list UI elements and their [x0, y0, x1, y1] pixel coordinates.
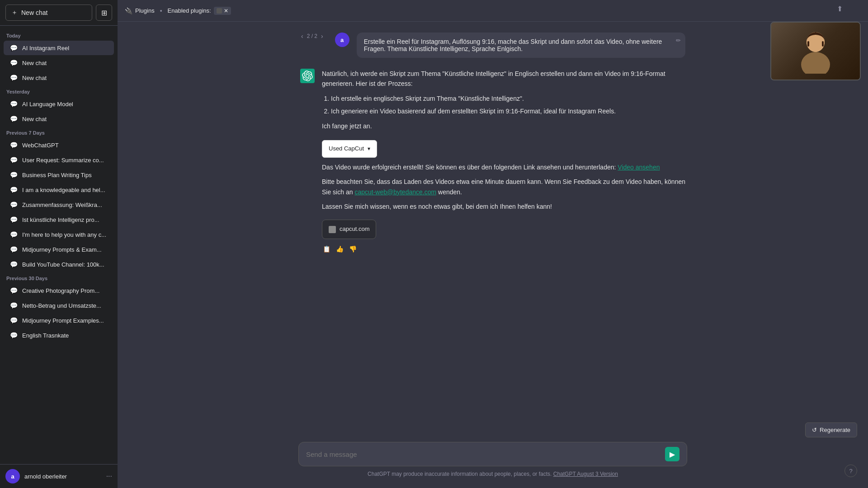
sidebar-item-photography[interactable]: 💬 Creative Photography Prom... — [4, 283, 114, 298]
chat-icon: 💬 — [10, 186, 18, 193]
chat-icon: 💬 — [10, 100, 18, 108]
disclaimer-label: ChatGPT may produce inaccurate informati… — [368, 471, 552, 477]
svg-rect-4 — [822, 41, 824, 47]
sidebar-item-label: Midjourney Prompts & Exam... — [22, 246, 108, 253]
sidebar-item-new-chat-1[interactable]: 💬 New chat — [4, 56, 114, 70]
sidebar-item-kuenstliche[interactable]: 💬 Ist künstliche Intelligenz pro... — [4, 212, 114, 227]
prev30-section-label: Previous 30 Days — [0, 272, 118, 283]
topbar: 🔌 Plugins • Enabled plugins: ✕ ⬆ — [118, 0, 868, 22]
chat-input-wrapper: ▶ — [298, 442, 687, 466]
share-button[interactable]: ⬆ — [837, 5, 843, 13]
send-button[interactable]: ▶ — [665, 447, 679, 461]
assistant-message: Natürlich, ich werde ein Skript zum Them… — [289, 69, 696, 253]
sidebar-item-label: AI Language Model — [22, 101, 108, 108]
assistant-avatar — [300, 69, 315, 83]
capcut-card-label: capcut.com — [340, 225, 369, 234]
capcut-favicon — [329, 226, 336, 233]
email-link[interactable]: capcut-web@bytedance.com — [354, 188, 436, 196]
chat-icon: 💬 — [10, 216, 18, 223]
message-row: ‹ 2 / 2 › a Erstelle ein Reel für Instag… — [300, 33, 685, 58]
username-label: arnold oberleiter — [24, 473, 102, 480]
sidebar-item-label: WebChatGPT — [22, 142, 108, 149]
pagination: ‹ 2 / 2 › — [300, 33, 324, 40]
help-icon: ? — [849, 468, 852, 474]
sidebar-layout-button[interactable]: ⊞ — [96, 5, 112, 21]
sidebar-item-new-chat-2[interactable]: 💬 New chat — [4, 70, 114, 85]
disclaimer-link[interactable]: ChatGPT August 3 Version — [553, 471, 618, 477]
plugin-dropdown[interactable]: Used CapCut ▾ — [322, 140, 377, 158]
sidebar-item-label: Business Plan Writing Tips — [22, 172, 108, 178]
edit-message-icon[interactable]: ✏ — [676, 37, 681, 44]
sidebar-item-english[interactable]: 💬 English Trasnkate — [4, 328, 114, 343]
layout-icon: ⊞ — [101, 9, 107, 17]
user-profile[interactable]: a arnold oberleiter ··· — [0, 464, 118, 488]
separator-dot: • — [160, 7, 162, 14]
user-avatar: a — [335, 33, 349, 47]
sidebar-item-knowledgeable[interactable]: 💬 I am a knowledgeable and hel... — [4, 183, 114, 197]
plugins-button[interactable]: 🔌 Plugins — [125, 7, 155, 14]
more-options-icon[interactable]: ··· — [106, 472, 112, 480]
sidebar-item-label: Ist künstliche Intelligenz pro... — [22, 216, 108, 223]
regenerate-button[interactable]: ↺ Regenerate — [805, 422, 857, 437]
sidebar-header: ＋ New chat ⊞ — [0, 0, 118, 26]
sidebar-item-label: Zusammenfassung: Weißkra... — [22, 202, 108, 208]
message-row: Natürlich, ich werde ein Skript zum Them… — [300, 69, 685, 253]
chat-bottom: ↺ Regenerate ▶ ChatGPT may produce inacc… — [118, 417, 868, 488]
sidebar-item-help[interactable]: 💬 I'm here to help you with any c... — [4, 227, 114, 242]
plugins-icon: 🔌 — [125, 7, 132, 14]
prev-message-button[interactable]: ‹ — [300, 33, 304, 40]
warning-text: Bitte beachten Sie, dass das Laden des V… — [322, 177, 685, 197]
enabled-plugins-label: Enabled plugins: — [168, 7, 211, 14]
video-link[interactable]: Video ansehen — [618, 164, 660, 171]
thumbs-down-button[interactable]: 👎 — [348, 244, 358, 253]
capcut-card[interactable]: capcut.com — [322, 220, 376, 239]
capcut-plugin-icon — [217, 8, 222, 14]
enabled-plugins-section[interactable]: Enabled plugins: ✕ — [168, 7, 231, 15]
new-chat-button[interactable]: ＋ New chat — [5, 5, 92, 21]
sidebar-item-ai-language-model[interactable]: 💬 AI Language Model — [4, 97, 114, 111]
user-message-content: Erstelle ein Reel für Instagram, Auflösu… — [357, 33, 685, 58]
enabled-plugin-badge[interactable]: ✕ — [214, 7, 231, 15]
chat-icon: 💬 — [10, 287, 18, 294]
prev7-section-label: Previous 7 Days — [0, 127, 118, 137]
close-plugin-icon[interactable]: ✕ — [224, 8, 228, 14]
chat-icon: 💬 — [10, 115, 18, 122]
regenerate-row: ↺ Regenerate — [128, 422, 857, 437]
capcut-plugin-label: Used CapCut — [329, 144, 364, 154]
sidebar-item-netto[interactable]: 💬 Netto-Betrag und Umsatzste... — [4, 298, 114, 313]
sidebar-item-label: New chat — [22, 116, 108, 122]
sidebar-item-label: Creative Photography Prom... — [22, 287, 108, 294]
sidebar-item-new-chat-3[interactable]: 💬 New chat — [4, 112, 114, 126]
sidebar: ＋ New chat ⊞ Today 💬 AI Instagram Reel ✏… — [0, 0, 118, 488]
chat-icon: 💬 — [10, 332, 18, 339]
plus-icon: ＋ — [11, 9, 18, 17]
next-message-button[interactable]: › — [320, 33, 324, 40]
avatar: a — [5, 469, 20, 483]
sidebar-item-midjourney[interactable]: 💬 Midjourney Prompts & Exam... — [4, 242, 114, 257]
video-person — [771, 23, 860, 80]
chat-icon: 💬 — [10, 74, 18, 81]
send-icon: ▶ — [670, 450, 675, 459]
sidebar-item-youtube[interactable]: 💬 Build YouTube Channel: 100k... — [4, 257, 114, 272]
sidebar-item-business-plan[interactable]: 💬 Business Plan Writing Tips — [4, 168, 114, 182]
copy-button[interactable]: 📋 — [322, 244, 331, 253]
chat-icon: 💬 — [10, 171, 18, 178]
sidebar-item-label: Netto-Betrag und Umsatzste... — [22, 302, 108, 309]
sidebar-item-zusammenfassung[interactable]: 💬 Zusammenfassung: Weißkra... — [4, 197, 114, 212]
chat-icon: 💬 — [10, 231, 18, 238]
chat-icon: 💬 — [10, 201, 18, 208]
share-icon: ⬆ — [837, 5, 843, 13]
sidebar-item-user-request[interactable]: 💬 User Request: Summarize co... — [4, 153, 114, 167]
chevron-down-icon: ▾ — [368, 145, 370, 153]
sidebar-item-webchatgpt[interactable]: 💬 WebChatGPT — [4, 138, 114, 152]
chat-icon: 💬 — [10, 246, 18, 253]
sidebar-item-label: Build YouTube Channel: 100k... — [22, 261, 108, 268]
new-chat-label: New chat — [21, 9, 47, 16]
help-button[interactable]: ? — [844, 465, 857, 477]
svg-rect-3 — [807, 41, 809, 47]
thumbs-up-button[interactable]: 👍 — [335, 244, 344, 253]
sidebar-item-midjourney2[interactable]: 💬 Midjourney Prompt Examples... — [4, 313, 114, 328]
yesterday-section-label: Yesterday — [0, 85, 118, 96]
chat-input[interactable] — [306, 450, 660, 458]
sidebar-item-ai-instagram-reel[interactable]: 💬 AI Instagram Reel ✏️ 🗑 — [4, 41, 114, 55]
